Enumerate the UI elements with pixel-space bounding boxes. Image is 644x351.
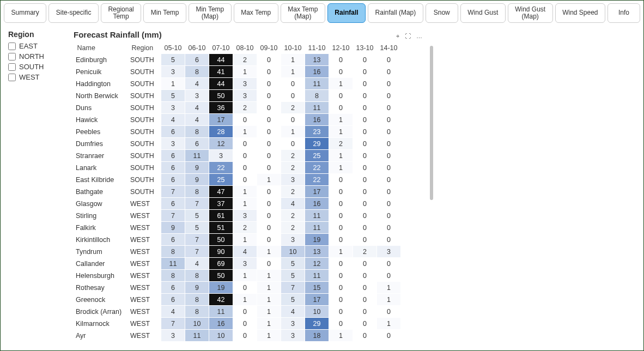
filter-checkbox-east[interactable] [8, 43, 16, 50]
cell-value[interactable]: 6 [161, 198, 185, 210]
cell-value[interactable]: 4 [185, 78, 209, 90]
cell-name[interactable]: Kirkintilloch [74, 234, 129, 246]
tab-max-temp-map-[interactable]: Max Temp (Map) [281, 3, 325, 23]
cell-value[interactable]: 0 [233, 162, 257, 174]
cell-value[interactable]: 1 [281, 126, 305, 138]
cell-value[interactable]: 44 [209, 78, 233, 90]
cell-value[interactable]: 29 [305, 318, 329, 330]
cell-value[interactable]: 8 [185, 186, 209, 198]
cell-value[interactable]: 1 [233, 186, 257, 198]
cell-value[interactable]: 3 [185, 90, 209, 102]
cell-value[interactable]: 3 [233, 210, 257, 222]
tab-min-temp-map-[interactable]: Min Temp (Map) [189, 3, 232, 23]
cell-value[interactable]: 0 [353, 210, 377, 222]
cell-value[interactable]: 0 [257, 258, 281, 270]
cell-value[interactable]: 6 [161, 150, 185, 162]
cell-value[interactable]: 8 [185, 270, 209, 282]
cell-name[interactable]: East Kilbride [74, 174, 129, 186]
cell-value[interactable]: 6 [161, 282, 185, 294]
tab-min-temp[interactable]: Min Temp [143, 3, 186, 23]
cell-value[interactable]: 5 [185, 222, 209, 234]
cell-value[interactable]: 0 [353, 150, 377, 162]
cell-value[interactable]: 0 [281, 90, 305, 102]
cell-name[interactable]: Lanark [74, 162, 129, 174]
cell-value[interactable]: 6 [161, 234, 185, 246]
cell-value[interactable]: 0 [233, 150, 257, 162]
cell-value[interactable]: 0 [377, 150, 401, 162]
cell-value[interactable]: 1 [233, 234, 257, 246]
cell-name[interactable]: Bathgate [74, 186, 129, 198]
cell-value[interactable]: 0 [257, 114, 281, 126]
cell-value[interactable]: 19 [209, 282, 233, 294]
cell-value[interactable]: 17 [305, 294, 329, 306]
cell-name[interactable]: Falkirk [74, 222, 129, 234]
cell-value[interactable]: 8 [305, 90, 329, 102]
cell-value[interactable]: 0 [353, 282, 377, 294]
cell-value[interactable]: 0 [257, 78, 281, 90]
cell-value[interactable]: 3 [161, 138, 185, 150]
cell-value[interactable]: 7 [185, 234, 209, 246]
cell-value[interactable]: 4 [185, 102, 209, 114]
cell-value[interactable]: 29 [305, 138, 329, 150]
cell-value[interactable]: 7 [185, 246, 209, 258]
scrollbar[interactable] [430, 46, 433, 200]
cell-value[interactable]: 4 [161, 114, 185, 126]
cell-value[interactable]: 0 [329, 174, 353, 186]
cell-value[interactable]: 9 [185, 174, 209, 186]
cell-value[interactable]: 1 [257, 174, 281, 186]
cell-value[interactable]: 50 [209, 270, 233, 282]
cell-name[interactable]: Haddington [74, 78, 129, 90]
cell-value[interactable]: 4 [185, 258, 209, 270]
cell-value[interactable]: 1 [257, 294, 281, 306]
cell-value[interactable]: 12 [209, 138, 233, 150]
col-06-10[interactable]: 06-10 [185, 43, 209, 54]
cell-value[interactable]: 11 [185, 330, 209, 342]
table-scroll[interactable]: NameRegion05-1006-1007-1008-1009-1010-10… [74, 43, 433, 350]
cell-value[interactable]: 1 [257, 282, 281, 294]
cell-value[interactable]: 0 [377, 306, 401, 318]
cell-value[interactable]: 5 [161, 90, 185, 102]
cell-value[interactable]: 0 [377, 186, 401, 198]
cell-name[interactable]: Duns [74, 102, 129, 114]
cell-value[interactable]: 1 [329, 246, 353, 258]
cell-value[interactable]: 0 [353, 294, 377, 306]
cell-value[interactable]: 16 [305, 66, 329, 78]
cell-value[interactable]: 1 [257, 318, 281, 330]
cell-value[interactable]: 0 [353, 330, 377, 342]
cell-value[interactable]: 0 [353, 138, 377, 150]
col-09-10[interactable]: 09-10 [257, 43, 281, 54]
col-05-10[interactable]: 05-10 [161, 43, 185, 54]
cell-value[interactable]: 11 [305, 222, 329, 234]
cell-value[interactable]: 0 [377, 198, 401, 210]
cell-name[interactable]: Brodick (Arran) [74, 306, 129, 318]
cell-name[interactable]: Penicuik [74, 66, 129, 78]
cell-value[interactable]: 0 [377, 270, 401, 282]
cell-value[interactable]: 7 [185, 198, 209, 210]
cell-name[interactable]: Glasgow [74, 198, 129, 210]
cell-value[interactable]: 0 [233, 330, 257, 342]
cell-value[interactable]: 11 [209, 306, 233, 318]
cell-value[interactable]: 1 [257, 330, 281, 342]
focus-icon[interactable]: ⌖ [396, 33, 399, 40]
cell-value[interactable]: 44 [209, 54, 233, 66]
cell-value[interactable]: 5 [185, 210, 209, 222]
cell-value[interactable]: 1 [377, 294, 401, 306]
cell-value[interactable]: 8 [185, 294, 209, 306]
expand-icon[interactable]: ⛶ [405, 33, 411, 40]
cell-value[interactable]: 0 [377, 162, 401, 174]
cell-value[interactable]: 0 [257, 150, 281, 162]
cell-value[interactable]: 0 [329, 210, 353, 222]
cell-value[interactable]: 0 [329, 258, 353, 270]
cell-name[interactable]: Peebles [74, 126, 129, 138]
cell-name[interactable]: Helensburgh [74, 270, 129, 282]
cell-value[interactable]: 1 [377, 282, 401, 294]
tab-rainfall-map-[interactable]: Rainfall (Map) [368, 3, 423, 23]
cell-value[interactable]: 0 [353, 306, 377, 318]
cell-value[interactable]: 4 [281, 198, 305, 210]
filter-checkbox-north[interactable] [8, 53, 16, 60]
cell-value[interactable]: 0 [377, 66, 401, 78]
cell-value[interactable]: 0 [353, 222, 377, 234]
cell-value[interactable]: 0 [377, 54, 401, 66]
cell-value[interactable]: 11 [305, 270, 329, 282]
cell-value[interactable]: 0 [257, 102, 281, 114]
